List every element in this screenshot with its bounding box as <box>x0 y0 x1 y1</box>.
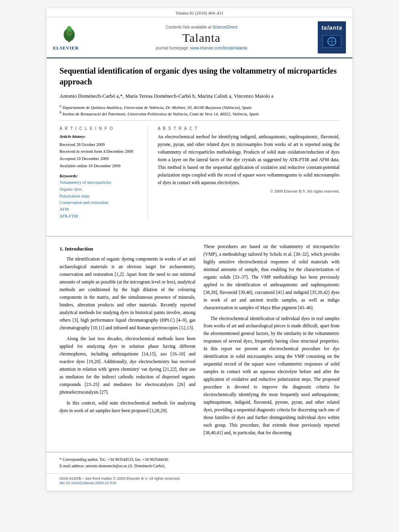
affiliations: a Departament de Química Analítica, Univ… <box>60 104 339 121</box>
badge-label: talanta <box>319 25 344 31</box>
homepage-link[interactable]: www.elsevier.com/locate/talanta <box>190 46 247 50</box>
journal-citation: Talanta 81 (2010) 404–411 <box>176 10 224 15</box>
intro-para-2: Along the last two decades, electrochemi… <box>60 335 195 396</box>
abstract-label: A B S T R A C T <box>158 126 339 131</box>
authors-line: Antonio Doménech-Carbó a,*, María Teresa… <box>60 92 339 101</box>
right-para-1: These procedures are based on the voltam… <box>204 243 339 312</box>
main-content: 1. Introduction The identification of or… <box>47 243 352 440</box>
section-divider <box>47 236 352 236</box>
abstract-text: An electrochemical method for identifyin… <box>158 133 339 187</box>
article-title: Sequential identification of organic dye… <box>60 66 339 87</box>
doi-line: doi:10.1016/j.talanta.2009.12.016 <box>60 481 339 485</box>
journal-name: Talanta <box>85 31 318 45</box>
received-date: Received 28 October 2009 <box>60 141 141 148</box>
journal-header: ELSEVIER Contents lists available at Sci… <box>47 17 352 58</box>
svg-point-4 <box>66 33 68 35</box>
kw-4: Conservation and restoration <box>60 199 141 206</box>
abstract-column: A B S T R A C T An electrochemical metho… <box>158 126 339 220</box>
affiliation-b: b Institut de Restauració del Patrimoni,… <box>60 110 339 116</box>
intro-title: Introduction <box>65 246 93 252</box>
top-bar: Talanta 81 (2010) 404–411 <box>47 8 352 17</box>
sciencedirect-line: Contents lists available at ScienceDirec… <box>85 25 318 29</box>
kw-5: AFM <box>60 206 141 213</box>
intro-para-3: In this context, solid state electrochem… <box>60 399 195 415</box>
keywords-block: Keywords: Voltammetry of microparticles … <box>60 174 141 220</box>
elsevier-logo: ELSEVIER <box>53 24 85 51</box>
homepage-prefix: journal homepage: <box>156 46 190 50</box>
history-heading: Article history: <box>60 133 141 140</box>
bottom-bar: 0039-9140/$ – see front matter © 2009 El… <box>47 473 352 487</box>
affiliation-a: a Departament de Química Analítica, Univ… <box>60 104 339 110</box>
article-body: Sequential identification of organic dye… <box>47 58 352 230</box>
article-history: Article history: Received 28 October 200… <box>60 133 141 170</box>
main-right-column: These procedures are based on the voltam… <box>204 243 339 440</box>
kw-6: ATR-FTIR <box>60 213 141 220</box>
svg-point-3 <box>67 26 72 32</box>
svg-point-6 <box>68 31 69 33</box>
sciencedirect-prefix: Contents lists available at <box>166 25 212 29</box>
right-para-2: The electrochemical identification of in… <box>204 315 339 437</box>
intro-heading: 1. Introduction <box>60 244 195 253</box>
sciencedirect-link[interactable]: ScienceDirect <box>212 25 237 29</box>
authors-text: Antonio Doménech-Carbó a,*, María Teresa… <box>60 93 274 99</box>
info-abstract-section: A R T I C L E I N F O Article history: R… <box>60 126 339 220</box>
abstract-copyright: © 2009 Elsevier B.V. All rights reserved… <box>158 189 339 193</box>
keywords-heading: Keywords: <box>60 174 141 178</box>
intro-para-1: The identification of organic dyeing com… <box>60 255 195 332</box>
talanta-badge: talanta <box>318 21 346 53</box>
article-info-column: A R T I C L E I N F O Article history: R… <box>60 126 148 220</box>
journal-center: Contents lists available at ScienceDirec… <box>85 25 318 50</box>
footnote-area: * Corresponding author. Tel.: +34 963544… <box>47 452 352 469</box>
kw-3: Polarization steps <box>60 193 141 200</box>
kw-1: Voltammetry of microparticles <box>60 179 141 186</box>
main-left-column: 1. Introduction The identification of or… <box>60 243 195 440</box>
elsevier-name: ELSEVIER <box>53 45 79 50</box>
accepted-date: Accepted 10 December 2009 <box>60 155 141 162</box>
svg-point-5 <box>70 33 72 34</box>
footnote-2: E-mail address: antonio.domenech@uv.es (… <box>60 463 339 469</box>
intro-number: 1. <box>60 246 64 252</box>
footnote-1: * Corresponding author. Tel.: +34 963544… <box>60 456 339 463</box>
revised-date: Received in revised form 4 December 2009 <box>60 148 141 155</box>
available-date: Available online 16 December 2009 <box>60 162 141 170</box>
doi-link[interactable]: doi:10.1016/j.talanta.2009.12.016 <box>60 481 116 485</box>
journal-homepage: journal homepage: www.elsevier.com/locat… <box>85 46 318 50</box>
issn-line: 0039-9140/$ – see front matter © 2009 El… <box>60 476 339 481</box>
article-info-label: A R T I C L E I N F O <box>60 126 141 131</box>
kw-2: Organic dyes <box>60 186 141 193</box>
